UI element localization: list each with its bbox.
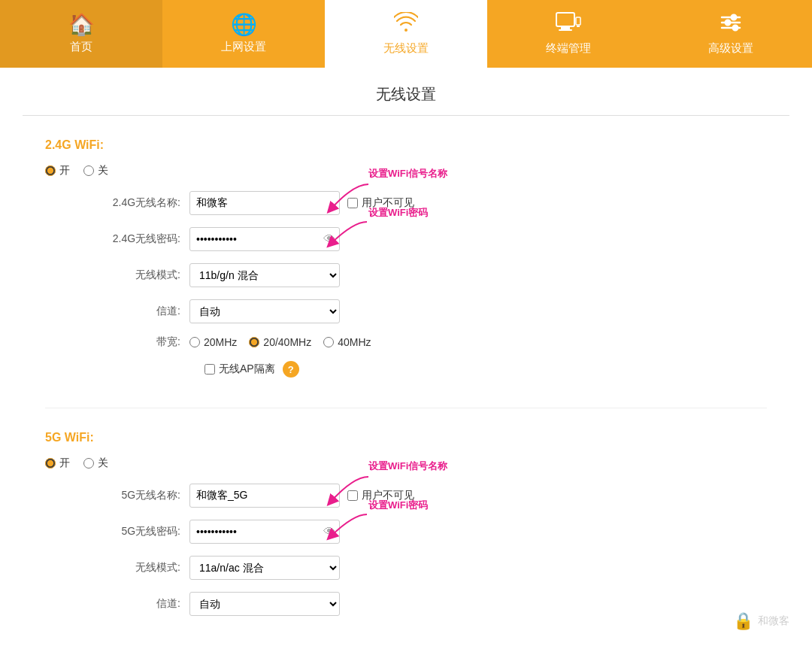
wifi24-bw2040-radio[interactable] [249, 337, 259, 347]
wifi5g-mode-row: 无线模式: 11a/n/ac 混合 11a only 11n only 11ac… [90, 556, 767, 580]
wifi5g-channel-select[interactable]: 自动 36404448 52566064 [189, 592, 340, 616]
wifi24-ssid-label: 2.4G无线名称: [90, 196, 180, 210]
wifi5g-title: 5G WiFi: [45, 431, 767, 444]
wifi24-bandwidth-options: 20MHz 20/40MHz 40MHz [189, 336, 371, 348]
nav-bar: 🏠 首页 🌐 上网设置 无线设置 终端管理 [0, 0, 812, 68]
nav-terminal[interactable]: 终端管理 [487, 0, 650, 68]
nav-advanced-label: 高级设置 [708, 41, 753, 56]
nav-advanced[interactable]: 高级设置 [650, 0, 812, 68]
wifi24-pwd-label: 2.4G无线密码: [90, 232, 180, 246]
wifi24-channel-label: 信道: [90, 305, 180, 318]
wifi5g-pwd-input[interactable] [189, 520, 340, 544]
wifi24-mode-select[interactable]: 11b/g/n 混合 11b only 11g only 11n only [189, 263, 340, 287]
wifi5g-hidden-label[interactable]: 用户不可见 [347, 489, 414, 502]
wifi5g-pwd-wrap: 👁 [189, 520, 340, 544]
wifi5g-on-label[interactable]: 开 [45, 456, 70, 470]
wifi24-pwd-row: 2.4G无线密码: 👁 设置WiFi密码 [90, 227, 767, 251]
watermark-text: 和微客 [758, 614, 789, 628]
wifi5g-toggle-row: 开 关 [45, 456, 767, 470]
content: 2.4G WiFi: 开 关 2.4G无线名称: 用户不可见 [0, 116, 812, 646]
svg-point-10 [733, 26, 738, 31]
svg-rect-1 [561, 27, 570, 29]
wifi5g-section: 5G WiFi: 开 关 5G无线名称: 用户不可见 [45, 431, 767, 616]
wifi24-ap-help[interactable]: ? [283, 361, 299, 378]
svg-point-8 [726, 20, 731, 26]
wifi5g-form: 5G无线名称: 用户不可见 设置WiFi信号名称 [90, 484, 767, 616]
wifi24-hidden-checkbox[interactable] [347, 198, 358, 208]
wifi24-bw40-label[interactable]: 40MHz [323, 336, 371, 348]
svg-rect-0 [556, 13, 574, 26]
nav-home-label: 首页 [70, 40, 92, 54]
wifi24-hidden-label[interactable]: 用户不可见 [347, 196, 414, 210]
wifi24-pwd-input[interactable] [189, 227, 340, 251]
wifi5g-mode-select[interactable]: 11a/n/ac 混合 11a only 11n only 11ac only [189, 556, 340, 580]
svg-rect-3 [576, 17, 580, 25]
wifi5g-off-label[interactable]: 关 [83, 456, 108, 470]
wifi5g-ssid-label: 5G无线名称: [90, 489, 180, 502]
wifi24-ap-label[interactable]: 无线AP隔离 [205, 362, 275, 376]
wifi24-form: 2.4G无线名称: 用户不可见 设置WiFi信号名称 [90, 191, 767, 378]
wifi5g-channel-label: 信道: [90, 597, 180, 611]
wifi5g-eye-icon[interactable]: 👁 [323, 525, 335, 538]
wifi24-channel-row: 信道: 自动 1234 5678 910111213 [90, 299, 767, 323]
section-divider [45, 408, 767, 408]
wifi24-ssid-row: 2.4G无线名称: 用户不可见 设置WiFi信号名称 [90, 191, 767, 215]
wifi24-off-label[interactable]: 关 [83, 164, 108, 177]
nav-internet-label: 上网设置 [221, 40, 266, 54]
wifi24-bandwidth-label: 带宽: [90, 335, 180, 349]
wifi5g-pwd-row: 5G无线密码: 👁 设置WiFi密码 [90, 520, 767, 544]
wifi5g-channel-row: 信道: 自动 36404448 52566064 [90, 592, 767, 616]
wifi24-on-label[interactable]: 开 [45, 164, 70, 177]
watermark-icon: 🔒 [733, 611, 753, 631]
advanced-icon [719, 12, 743, 37]
wifi5g-ssid-input[interactable] [189, 484, 340, 508]
wifi24-mode-label: 无线模式: [90, 268, 180, 282]
nav-wireless-label: 无线设置 [383, 41, 429, 56]
wifi5g-pwd-label: 5G无线密码: [90, 525, 180, 538]
wifi24-section: 2.4G WiFi: 开 关 2.4G无线名称: 用户不可见 [45, 138, 767, 378]
wifi24-on-radio[interactable] [45, 165, 56, 176]
wifi5g-on-radio[interactable] [45, 458, 56, 469]
wifi5g-off-radio[interactable] [83, 458, 94, 469]
wifi24-title: 2.4G WiFi: [45, 138, 767, 152]
wifi5g-ssid-row: 5G无线名称: 用户不可见 设置WiFi信号名称 [90, 484, 767, 508]
wireless-icon [394, 12, 418, 37]
wifi24-bw40-radio[interactable] [323, 337, 334, 347]
wifi24-bandwidth-row: 带宽: 20MHz 20/40MHz 40MHz [90, 335, 767, 349]
wifi24-channel-select[interactable]: 自动 1234 5678 910111213 [189, 299, 340, 323]
page-title: 无线设置 [23, 68, 789, 116]
wifi24-mode-row: 无线模式: 11b/g/n 混合 11b only 11g only 11n o… [90, 263, 767, 287]
svg-rect-4 [577, 26, 580, 27]
nav-internet[interactable]: 🌐 上网设置 [162, 0, 325, 68]
wifi24-ap-checkbox[interactable] [205, 364, 215, 375]
internet-icon: 🌐 [231, 14, 257, 35]
wifi24-ap-row: 无线AP隔离 ? [90, 361, 767, 378]
wifi24-toggle-row: 开 关 [45, 164, 767, 177]
wifi24-bw20-radio[interactable] [189, 337, 200, 347]
wifi5g-mode-label: 无线模式: [90, 561, 180, 575]
terminal-icon [556, 12, 581, 37]
wifi5g-hidden-checkbox[interactable] [347, 490, 358, 501]
wifi24-bw2040-label[interactable]: 20/40MHz [249, 336, 311, 348]
wifi24-bw20-label[interactable]: 20MHz [189, 336, 237, 348]
wifi24-ssid-input[interactable] [189, 191, 340, 215]
nav-home[interactable]: 🏠 首页 [0, 0, 162, 68]
wifi24-off-radio[interactable] [83, 165, 94, 176]
nav-wireless[interactable]: 无线设置 [325, 0, 487, 68]
svg-rect-2 [559, 29, 572, 31]
home-icon: 🏠 [68, 14, 95, 35]
svg-point-6 [732, 15, 737, 20]
wifi24-eye-icon[interactable]: 👁 [323, 232, 335, 246]
wifi24-pwd-wrap: 👁 [189, 227, 340, 251]
nav-terminal-label: 终端管理 [546, 41, 591, 56]
watermark: 🔒 和微客 [733, 611, 789, 631]
